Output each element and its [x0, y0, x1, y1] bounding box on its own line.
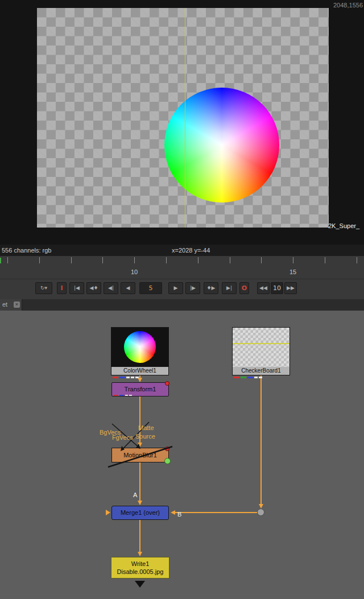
out-point-button[interactable]: O: [239, 282, 249, 294]
merge-hidden-input-arrow[interactable]: [106, 510, 110, 515]
viewer-resolution-label: 2048,1556: [333, 2, 363, 9]
channel-strips: [234, 377, 262, 378]
timeline-ruler[interactable]: 10 15: [0, 256, 364, 279]
merge-input-a-label: A: [133, 491, 137, 498]
skip-forward-button[interactable]: ▶▶: [284, 282, 297, 294]
node-transform1[interactable]: Transform1: [111, 382, 169, 396]
nuke-window: 2048,1556 2K_Super_ 556 channels: rgb x=…: [0, 0, 364, 599]
tick-label-15: 15: [289, 268, 296, 275]
node-colorwheel1[interactable]: ColorWheel1: [111, 327, 169, 375]
viewer-cursor-line: [185, 8, 185, 228]
prev-keyframe-button[interactable]: ◀♦: [86, 282, 101, 294]
node-write1[interactable]: Write1 Disable.0005.jpg: [111, 557, 169, 579]
node-name-label: Merge1 (over): [121, 509, 160, 516]
in-point-button[interactable]: I: [57, 282, 67, 294]
input-label-source: Source: [135, 433, 155, 440]
node-merge1[interactable]: Merge1 (over): [111, 506, 169, 520]
error-indicator-icon: [165, 447, 169, 451]
tab-node-graph[interactable]: et ×: [0, 299, 22, 311]
colorwheel-thumbnail: [111, 328, 168, 367]
channel-strips: [113, 377, 139, 378]
go-to-start-button[interactable]: |◀: [69, 282, 84, 294]
merge-input-b-label: B: [177, 511, 181, 518]
node-graph[interactable]: ColorWheel1 CheckerBoard1 Transform1: [0, 311, 364, 599]
wire-merge-to-write[interactable]: [138, 520, 142, 556]
checkerboard-thumbnail: [233, 328, 289, 367]
cursor-coordinates: x=2028 y=-44: [172, 247, 210, 254]
timeline-ticks: [0, 257, 364, 263]
node-checkerboard1[interactable]: CheckerBoard1: [232, 327, 290, 375]
wire-checkerboard-to-dot[interactable]: [259, 375, 263, 509]
wire-colorwheel-to-transform[interactable]: [138, 375, 142, 382]
node-dot[interactable]: [257, 509, 264, 516]
viewer-panel: 2048,1556 2K_Super_: [0, 0, 364, 245]
colorwheel-image: [164, 88, 279, 203]
input-label-matte: Matte: [138, 424, 154, 431]
node-name-label: MotionBlur1: [123, 452, 157, 458]
viewer-status-bar: 556 channels: rgb x=2028 y=-44: [0, 245, 364, 256]
node-wires: [0, 311, 364, 599]
node-name-label: ColorWheel1: [111, 367, 168, 375]
play-backward-button[interactable]: ◀: [121, 282, 135, 294]
close-icon[interactable]: ×: [14, 301, 20, 308]
colorwheel-thumb-image: [124, 331, 156, 363]
framebuffer-indicator-icon: [164, 458, 171, 464]
panel-tab-bar: et ×: [0, 299, 364, 311]
channel-strips: [114, 395, 132, 396]
viewer-canvas[interactable]: [37, 8, 329, 228]
play-forward-button[interactable]: ▶: [168, 282, 183, 294]
next-keyframe-button[interactable]: ♦▶: [204, 282, 218, 294]
input-label-fgvecs: FgVecs: [112, 434, 133, 441]
node-name-label: Write1: [111, 560, 169, 568]
skip-back-button[interactable]: ◀◀: [257, 282, 270, 294]
wire-motionblur-to-merge[interactable]: [138, 462, 142, 505]
current-frame-field[interactable]: 5: [139, 282, 162, 294]
node-motionblur1[interactable]: MotionBlur1: [111, 448, 169, 462]
step-forward-button[interactable]: |▶: [185, 282, 200, 294]
thumbnail-scanline: [233, 343, 289, 344]
go-to-end-button[interactable]: ▶|: [222, 282, 237, 294]
node-name-label: Transform1: [125, 386, 156, 393]
tick-label-10: 10: [131, 268, 138, 275]
node-name-label: CheckerBoard1: [233, 367, 289, 375]
step-back-button[interactable]: ◀|: [104, 282, 118, 294]
transport-bar: ↻▾ I |◀ ◀♦ ◀| ◀ 5 ▶ |▶ ♦▶ ▶| O ◀◀ 10 ▶▶: [0, 279, 364, 300]
wire-dot-to-merge-b[interactable]: [171, 510, 257, 515]
frame-increment-field[interactable]: 10: [271, 282, 283, 294]
write-output-arrow: [135, 581, 145, 588]
channels-status: 556 channels: rgb: [2, 247, 51, 254]
write-filename-label: Disable.0005.jpg: [111, 568, 169, 576]
playback-mode-button[interactable]: ↻▾: [35, 282, 52, 294]
viewer-format-label: 2K_Super_: [328, 222, 359, 229]
tab-label: et: [2, 301, 7, 308]
error-indicator-icon: [165, 381, 169, 386]
